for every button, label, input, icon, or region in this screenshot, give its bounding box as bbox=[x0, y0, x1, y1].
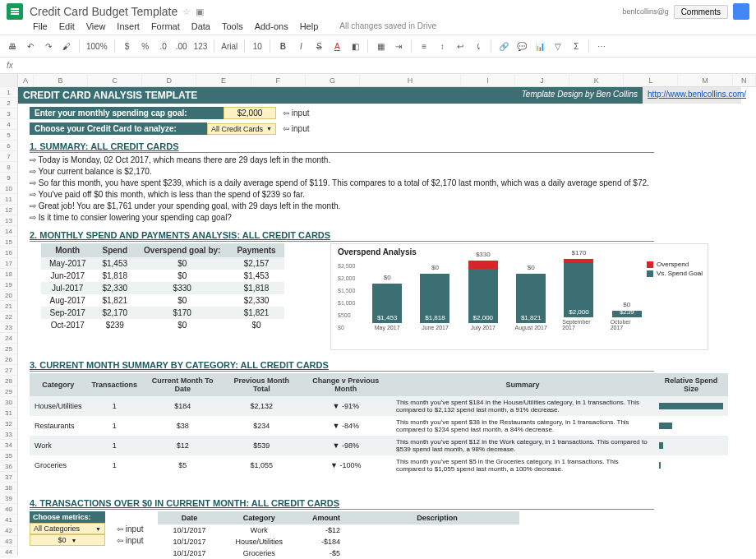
account-avatar[interactable] bbox=[733, 3, 749, 20]
paint-format-icon[interactable]: 🖌 bbox=[61, 39, 72, 53]
text-color-button[interactable]: A bbox=[331, 39, 343, 53]
chevron-down-icon: ▼ bbox=[95, 526, 101, 532]
menu-bar: File Edit View Insert Format Data Tools … bbox=[0, 20, 756, 35]
valign-icon[interactable]: ↕ bbox=[436, 39, 448, 53]
more-formats[interactable]: 123 bbox=[194, 39, 208, 53]
font-size[interactable]: 10 bbox=[251, 39, 263, 53]
rotate-icon[interactable]: ⤹ bbox=[472, 39, 484, 53]
row-headers[interactable]: for(let i=1;i<=44;i++)document.write('<d… bbox=[0, 74, 18, 556]
monthly-spend-table: MonthSpendOverspend goal by:PaymentsMay-… bbox=[41, 243, 284, 331]
amount-filter-select[interactable]: $0▼ bbox=[30, 534, 105, 546]
zoom-select[interactable]: 100% bbox=[86, 39, 108, 53]
category-summary-table: CategoryTransactionsCurrent Month To Dat… bbox=[30, 373, 728, 475]
sheet-content[interactable]: CREDIT CARD ANALYSIS TEMPLATE Template D… bbox=[18, 87, 756, 556]
italic-button[interactable]: I bbox=[295, 39, 307, 53]
card-select-value: All Credit Cards bbox=[211, 125, 263, 133]
template-title-cell: CREDIT CARD ANALYSIS TEMPLATE Template D… bbox=[18, 87, 643, 104]
formula-bar[interactable]: fx bbox=[0, 58, 756, 74]
chevron-down-icon: ▼ bbox=[266, 126, 272, 132]
increase-decimal[interactable]: .00 bbox=[176, 39, 187, 53]
filter-hint2: input bbox=[117, 536, 143, 545]
menu-file[interactable]: File bbox=[33, 21, 48, 31]
strike-button[interactable]: S bbox=[313, 39, 325, 53]
borders-icon[interactable]: ▦ bbox=[375, 39, 386, 53]
menu-edit[interactable]: Edit bbox=[59, 21, 75, 31]
menu-format[interactable]: Format bbox=[151, 21, 180, 31]
template-title: CREDIT CARD ANALYSIS TEMPLATE bbox=[23, 90, 197, 101]
bold-button[interactable]: B bbox=[277, 39, 288, 53]
print-icon[interactable]: 🖶 bbox=[7, 39, 18, 53]
summary-line: Great job! You are $1,761 under your spe… bbox=[30, 201, 756, 212]
chart-title: Overspend Analysis bbox=[338, 247, 701, 256]
star-icon[interactable]: ☆ bbox=[182, 7, 191, 17]
decrease-decimal[interactable]: .0 bbox=[158, 39, 169, 53]
title-bar: Credit Card Budget Template ☆ ▣ benlcoll… bbox=[0, 0, 756, 20]
sheets-logo-icon[interactable] bbox=[7, 3, 23, 20]
card-hint: input bbox=[283, 124, 309, 133]
svg-rect-3 bbox=[11, 13, 19, 15]
font-select[interactable]: Arial bbox=[221, 39, 237, 53]
chevron-down-icon: ▼ bbox=[71, 538, 77, 543]
goal-hint: input bbox=[283, 109, 309, 118]
user-email: benlcollins@g bbox=[622, 7, 668, 16]
wrap-icon[interactable]: ↩ bbox=[454, 39, 466, 53]
author-link[interactable]: http://www.benlcollins.com/ bbox=[643, 87, 741, 104]
section4-heading: 4. TRANSACTIONS OVER $0 IN CURRENT MONTH… bbox=[30, 498, 654, 510]
functions-icon[interactable]: Σ bbox=[570, 39, 582, 53]
section3-heading: 3. CURRENT MONTH SUMMARY BY CATEGORY: AL… bbox=[30, 360, 654, 372]
filter-icon[interactable]: ▽ bbox=[552, 39, 564, 53]
summary-line: So far this month, you have spent $239, … bbox=[30, 178, 756, 189]
merge-icon[interactable]: ⇥ bbox=[393, 39, 404, 53]
column-headers[interactable]: ABCDEFGHIJKLMN bbox=[18, 74, 756, 87]
goal-label: Enter your monthly spending cap goal: bbox=[30, 107, 224, 119]
menu-tools[interactable]: Tools bbox=[222, 21, 243, 31]
section2-heading: 2. MONTHLY SPEND AND PAYMENTS ANALYSIS: … bbox=[30, 230, 654, 242]
undo-icon[interactable]: ↶ bbox=[25, 39, 36, 53]
chart-icon[interactable]: 📊 bbox=[534, 39, 546, 53]
format-percent[interactable]: % bbox=[140, 39, 151, 53]
summary-line: Today is Monday, 02 Oct 2017, which mean… bbox=[30, 155, 756, 166]
redo-icon[interactable]: ↷ bbox=[43, 39, 54, 53]
fx-icon: fx bbox=[7, 61, 13, 70]
menu-data[interactable]: Data bbox=[191, 21, 210, 31]
fill-color-icon[interactable]: ◧ bbox=[349, 39, 361, 53]
card-select[interactable]: All Credit Cards▼ bbox=[207, 123, 276, 135]
menu-addons[interactable]: Add-ons bbox=[255, 21, 288, 31]
format-currency[interactable]: $ bbox=[122, 39, 133, 53]
summary-line: You've paid off $0 this month, which is … bbox=[30, 189, 756, 201]
folder-move-icon[interactable]: ▣ bbox=[196, 7, 204, 17]
summary-line: Your current balance is $2,170. bbox=[30, 166, 756, 178]
halign-icon[interactable]: ≡ bbox=[418, 39, 430, 53]
toolbar: 🖶 ↶ ↷ 🖌 100% $ % .0 .00 123 Arial 10 B I… bbox=[0, 35, 756, 58]
doc-title[interactable]: Credit Card Budget Template bbox=[30, 5, 177, 18]
menu-help[interactable]: Help bbox=[300, 21, 319, 31]
summary-line: Is it time to consier lowering your spen… bbox=[30, 212, 756, 224]
transactions-table: DateCategoryAmountDescription10/1/2017Wo… bbox=[158, 511, 519, 556]
more-icon[interactable]: ⋯ bbox=[596, 39, 607, 53]
section1-heading: 1. SUMMARY: ALL CREDIT CARDS bbox=[30, 141, 654, 153]
comment-icon[interactable]: 💬 bbox=[516, 39, 528, 53]
category-filter-select[interactable]: All Categories▼ bbox=[30, 523, 105, 534]
card-label: Choose your Credit Card to analyze: bbox=[30, 122, 207, 135]
filter-hint: input bbox=[117, 524, 143, 534]
menu-insert[interactable]: Insert bbox=[117, 21, 140, 31]
metrics-header: Choose metrics: bbox=[30, 511, 105, 523]
svg-rect-1 bbox=[11, 8, 19, 10]
goal-input[interactable]: $2,000 bbox=[224, 107, 276, 119]
menu-view[interactable]: View bbox=[86, 21, 106, 31]
summary-bullets: Today is Monday, 02 Oct 2017, which mean… bbox=[30, 155, 756, 224]
overspend-chart[interactable]: Overspend Analysis Overspend Vs. Spend G… bbox=[330, 243, 708, 350]
template-design-credit: Template Design by Ben Collins bbox=[522, 90, 638, 101]
link-icon[interactable]: 🔗 bbox=[498, 39, 509, 53]
comments-button[interactable]: Comments bbox=[674, 5, 728, 19]
category-filter-value: All Categories bbox=[34, 524, 80, 533]
svg-rect-2 bbox=[11, 11, 19, 12]
amount-filter-value: $0 bbox=[58, 536, 67, 544]
save-status: All changes saved in Drive bbox=[339, 21, 436, 31]
metrics-filter: Choose metrics: All Categories▼ input $0… bbox=[30, 511, 143, 556]
